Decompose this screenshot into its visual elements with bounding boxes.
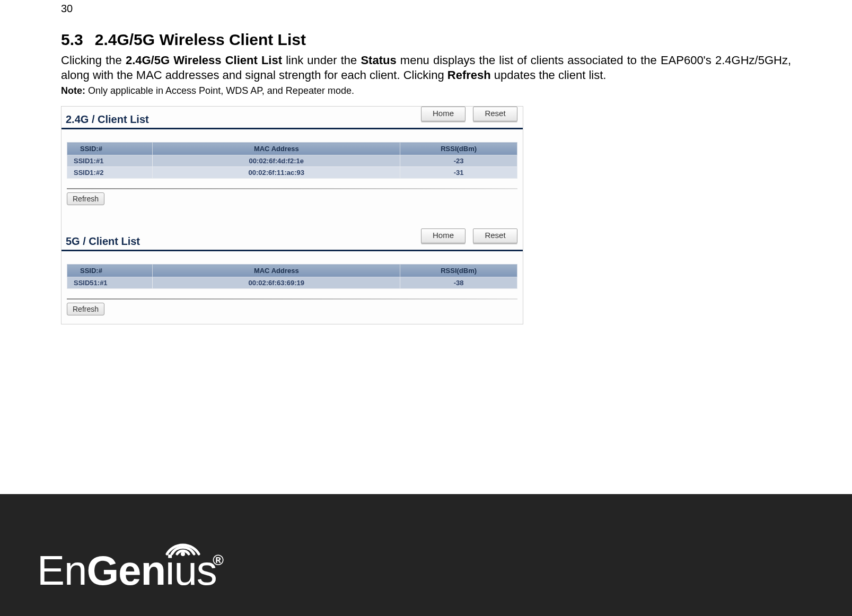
refresh-button-5g[interactable]: Refresh	[67, 303, 104, 315]
footer-band: EnGenius®	[0, 494, 852, 616]
page-number: 30	[61, 0, 791, 31]
client-table-5g: SSID:# MAC Address RSSI(dBm) SSID51:#1 0…	[67, 264, 517, 289]
col-mac: MAC Address	[153, 265, 400, 277]
registered-icon: ®	[213, 552, 223, 569]
logo-text-c: ius	[165, 547, 217, 594]
logo-text-a: En	[37, 547, 86, 594]
section-24g-header: 2.4G / Client List Home Reset	[62, 107, 523, 129]
table-row: SSID1:#1 00:02:6f:4d:f2:1e -23	[67, 155, 517, 167]
reset-button[interactable]: Reset	[473, 228, 517, 243]
paragraph-main: Clicking the 2.4G/5G Wireless Client Lis…	[61, 53, 791, 82]
col-ssid: SSID:#	[67, 265, 153, 277]
note-text: Only applicable in Access Point, WDS AP,…	[85, 85, 354, 96]
heading-title: 2.4G/5G Wireless Client List	[95, 31, 306, 48]
home-button[interactable]: Home	[421, 228, 465, 243]
section-5g-header: 5G / Client List Home Reset	[62, 228, 523, 251]
col-ssid: SSID:#	[67, 143, 153, 155]
refresh-button-24g[interactable]: Refresh	[67, 192, 104, 205]
logo-text-b: Gen	[86, 547, 165, 594]
section-24g-title: 2.4G / Client List	[66, 113, 149, 126]
col-mac: MAC Address	[153, 143, 400, 155]
table-row: SSID51:#1 00:02:6f:63:69:19 -38	[67, 277, 517, 289]
section-5g-title: 5G / Client List	[66, 235, 140, 248]
reset-button[interactable]: Reset	[473, 107, 517, 121]
section-heading: 5.32.4G/5G Wireless Client List	[61, 31, 791, 49]
col-rssi: RSSI(dBm)	[400, 143, 517, 155]
engenius-logo: EnGenius®	[37, 544, 265, 595]
table-row: SSID1:#2 00:02:6f:11:ac:93 -31	[67, 167, 517, 179]
header-buttons-5g: Home Reset	[421, 228, 517, 243]
header-buttons-24g: Home Reset	[421, 107, 517, 121]
heading-number: 5.3	[61, 31, 83, 49]
client-table-24g: SSID:# MAC Address RSSI(dBm) SSID1:#1 00…	[67, 142, 517, 179]
divider	[67, 188, 517, 189]
embedded-screenshot: 2.4G / Client List Home Reset SSID:# MAC…	[61, 106, 523, 324]
divider	[67, 298, 517, 300]
note-label: Note:	[61, 85, 85, 96]
home-button[interactable]: Home	[421, 107, 465, 121]
col-rssi: RSSI(dBm)	[400, 265, 517, 277]
note-line: Note: Only applicable in Access Point, W…	[61, 85, 791, 96]
